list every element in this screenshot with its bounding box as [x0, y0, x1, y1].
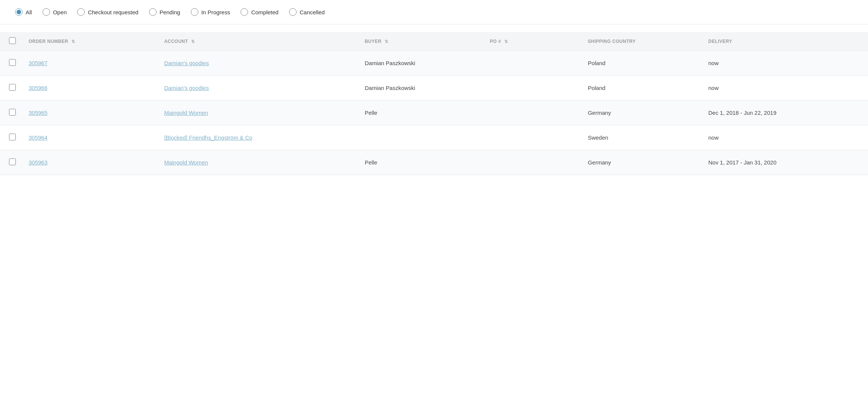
column-header-order-number[interactable]: ORDER NUMBER ⇅ [23, 32, 158, 51]
cell-buyer-4: Pelle [359, 150, 484, 175]
table-container: ORDER NUMBER ⇅ ACCOUNT ⇅ BUYER ⇅ PO # ⇅ … [0, 24, 868, 175]
table-row: 305964[Blocked] Friendhs_Engström & CoSw… [0, 125, 868, 150]
cell-po-4 [484, 150, 582, 175]
cell-account-4: Maingold Women [158, 150, 359, 175]
cell-delivery-4: Nov 1, 2017 - Jan 31, 2020 [702, 150, 868, 175]
row-checkbox-cell-0 [0, 51, 23, 76]
cell-delivery-3: now [702, 125, 868, 150]
table-row: 305966Damian's goodiesDamian PaszkowskiP… [0, 76, 868, 100]
filter-radio-pending[interactable] [149, 8, 157, 16]
filter-label-in-progress: In Progress [201, 9, 230, 15]
row-checkbox-cell-4 [0, 150, 23, 175]
row-checkbox-cell-2 [0, 100, 23, 125]
account-link-1[interactable]: Damian's goodies [164, 85, 209, 91]
cell-account-0: Damian's goodies [158, 51, 359, 76]
filter-radio-open[interactable] [43, 8, 50, 16]
account-link-3[interactable]: [Blocked] Friendhs_Engström & Co [164, 134, 252, 141]
filter-bar: AllOpenCheckout requestedPendingIn Progr… [0, 0, 868, 24]
filter-option-all[interactable]: All [15, 8, 32, 16]
filter-label-completed: Completed [251, 9, 279, 15]
filter-label-all: All [26, 9, 32, 15]
order-link-0[interactable]: 305967 [29, 60, 47, 66]
filter-option-in-progress[interactable]: In Progress [191, 8, 230, 16]
cell-shipping-country-2: Germany [582, 100, 702, 125]
row-checkbox-0[interactable] [9, 59, 16, 66]
filter-radio-completed[interactable] [241, 8, 248, 16]
column-header-buyer[interactable]: BUYER ⇅ [359, 32, 484, 51]
table-row: 305965Maingold WomenPelleGermanyDec 1, 2… [0, 100, 868, 125]
filter-option-cancelled[interactable]: Cancelled [289, 8, 325, 16]
order-link-1[interactable]: 305966 [29, 85, 47, 91]
filter-label-checkout-requested: Checkout requested [88, 9, 138, 15]
select-all-checkbox[interactable] [9, 37, 16, 44]
table-row: 305967Damian's goodiesDamian PaszkowskiP… [0, 51, 868, 76]
row-checkbox-1[interactable] [9, 84, 16, 91]
cell-shipping-country-0: Poland [582, 51, 702, 76]
order-link-4[interactable]: 305963 [29, 159, 47, 166]
header-checkbox-cell [0, 32, 23, 51]
cell-delivery-1: now [702, 76, 868, 100]
account-link-0[interactable]: Damian's goodies [164, 60, 209, 66]
filter-option-checkout-requested[interactable]: Checkout requested [77, 8, 138, 16]
filter-radio-in-progress[interactable] [191, 8, 198, 16]
cell-po-2 [484, 100, 582, 125]
sort-icon-account: ⇅ [191, 39, 195, 44]
cell-shipping-country-3: Sweden [582, 125, 702, 150]
row-checkbox-3[interactable] [9, 134, 16, 140]
cell-order-number-2: 305965 [23, 100, 158, 125]
cell-order-number-3: 305964 [23, 125, 158, 150]
row-checkbox-cell-3 [0, 125, 23, 150]
column-header-account[interactable]: ACCOUNT ⇅ [158, 32, 359, 51]
table-header-row: ORDER NUMBER ⇅ ACCOUNT ⇅ BUYER ⇅ PO # ⇅ … [0, 32, 868, 51]
cell-po-1 [484, 76, 582, 100]
cell-shipping-country-4: Germany [582, 150, 702, 175]
sort-icon-order: ⇅ [72, 39, 75, 44]
order-link-3[interactable]: 305964 [29, 134, 47, 141]
cell-order-number-1: 305966 [23, 76, 158, 100]
cell-buyer-0: Damian Paszkowski [359, 51, 484, 76]
column-header-delivery: DELIVERY [702, 32, 868, 51]
cell-po-3 [484, 125, 582, 150]
column-header-shipping: SHIPPING COUNTRY [582, 32, 702, 51]
cell-order-number-0: 305967 [23, 51, 158, 76]
filter-radio-checkout-requested[interactable] [77, 8, 85, 16]
filter-radio-cancelled[interactable] [289, 8, 297, 16]
cell-buyer-2: Pelle [359, 100, 484, 125]
account-link-2[interactable]: Maingold Women [164, 110, 208, 116]
cell-delivery-2: Dec 1, 2018 - Jun 22, 2019 [702, 100, 868, 125]
table-row: 305963Maingold WomenPelleGermanyNov 1, 2… [0, 150, 868, 175]
table-body: 305967Damian's goodiesDamian PaszkowskiP… [0, 51, 868, 175]
row-checkbox-cell-1 [0, 76, 23, 100]
order-link-2[interactable]: 305965 [29, 110, 47, 116]
filter-option-pending[interactable]: Pending [149, 8, 180, 16]
column-header-po[interactable]: PO # ⇅ [484, 32, 582, 51]
orders-table: ORDER NUMBER ⇅ ACCOUNT ⇅ BUYER ⇅ PO # ⇅ … [0, 32, 868, 175]
filter-label-pending: Pending [160, 9, 180, 15]
cell-account-3: [Blocked] Friendhs_Engström & Co [158, 125, 359, 150]
cell-buyer-3 [359, 125, 484, 150]
filter-label-open: Open [53, 9, 67, 15]
cell-account-2: Maingold Women [158, 100, 359, 125]
cell-account-1: Damian's goodies [158, 76, 359, 100]
filter-radio-all[interactable] [15, 8, 23, 16]
row-checkbox-2[interactable] [9, 109, 16, 116]
cell-po-0 [484, 51, 582, 76]
cell-shipping-country-1: Poland [582, 76, 702, 100]
cell-buyer-1: Damian Paszkowski [359, 76, 484, 100]
cell-delivery-0: now [702, 51, 868, 76]
sort-icon-po: ⇅ [504, 39, 508, 44]
sort-icon-buyer: ⇅ [385, 39, 388, 44]
filter-label-cancelled: Cancelled [300, 9, 325, 15]
cell-order-number-4: 305963 [23, 150, 158, 175]
row-checkbox-4[interactable] [9, 158, 16, 165]
filter-option-open[interactable]: Open [43, 8, 67, 16]
account-link-4[interactable]: Maingold Women [164, 159, 208, 166]
filter-option-completed[interactable]: Completed [241, 8, 279, 16]
